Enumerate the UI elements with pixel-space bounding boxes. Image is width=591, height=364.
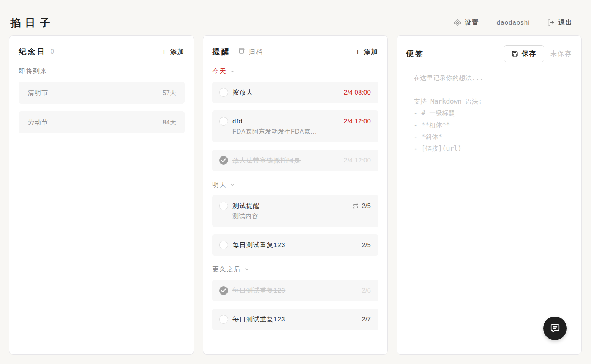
add-anniversary-label: 添加 xyxy=(170,47,185,56)
reminder-title: 放大法带塞缝撒托阿是 xyxy=(232,156,344,165)
logout-label: 退出 xyxy=(558,18,573,27)
group-label: 更久之后 xyxy=(212,265,241,274)
plus-icon: + xyxy=(162,48,166,56)
plus-icon: + xyxy=(356,48,360,56)
add-reminder-button[interactable]: + 添加 xyxy=(356,47,378,56)
anniversaries-header: 纪念日 0 + 添加 xyxy=(19,45,185,58)
group-label: 今天 xyxy=(212,67,227,76)
reminder-time: 2/4 12:00 xyxy=(344,156,371,165)
checkbox-unchecked-icon[interactable] xyxy=(219,88,228,97)
checkbox-unchecked-icon[interactable] xyxy=(219,117,228,126)
reminder-title: 每日测试重复123 xyxy=(232,240,362,250)
save-icon xyxy=(512,50,518,57)
save-button[interactable]: 保存 xyxy=(504,45,544,62)
top-bar: 掐日子 设置 daodaoshi 退出 xyxy=(0,0,591,35)
reminder-time-text: 2/5 xyxy=(362,201,371,211)
archive-icon xyxy=(238,47,245,56)
chat-fab-button[interactable] xyxy=(543,317,567,340)
group-label: 明天 xyxy=(212,180,227,189)
anniversaries-card: 纪念日 0 + 添加 即将到来 清明节 57天 劳动节 84天 xyxy=(9,35,194,355)
settings-label: 设置 xyxy=(465,18,479,27)
add-reminder-label: 添加 xyxy=(364,47,378,56)
top-nav: 设置 daodaoshi 退出 xyxy=(454,18,573,27)
chat-bubble-icon xyxy=(549,323,561,334)
repeat-icon xyxy=(352,203,359,209)
reminder-item[interactable]: 擦放大 2/4 08:00 xyxy=(212,82,378,103)
reminder-title: 擦放大 xyxy=(232,88,344,97)
save-label: 保存 xyxy=(522,49,536,58)
app-title: 掐日子 xyxy=(10,16,55,30)
anniversary-item[interactable]: 清明节 57天 xyxy=(19,82,185,104)
checkbox-checked-icon[interactable] xyxy=(219,286,228,295)
anniversary-name: 劳动节 xyxy=(28,118,48,127)
anniversary-days: 84天 xyxy=(163,118,176,127)
reminder-time: 2/7 xyxy=(362,315,371,324)
reminder-title: dfd xyxy=(232,117,344,126)
reminder-item[interactable]: 每日测试重复123 2/7 xyxy=(212,309,378,330)
notes-header: 便签 保存 未保存 xyxy=(406,45,572,62)
notes-card: 便签 保存 未保存 xyxy=(397,35,582,355)
checkbox-checked-icon[interactable] xyxy=(219,156,228,165)
reminders-header: 提醒 归档 + 添加 xyxy=(212,45,378,58)
group-later-toggle[interactable]: 更久之后 xyxy=(212,265,378,274)
save-status: 未保存 xyxy=(550,49,572,58)
reminder-title: 每日测试重复123 xyxy=(232,286,362,295)
reminder-title: 每日测试重复123 xyxy=(232,315,362,324)
checkbox-unchecked-icon[interactable] xyxy=(219,241,228,249)
main-columns: 纪念日 0 + 添加 即将到来 清明节 57天 劳动节 84天 提醒 归档 xyxy=(0,35,591,355)
reminder-subtitle: 测试内容 xyxy=(232,212,352,221)
notes-title: 便签 xyxy=(406,49,424,59)
checkbox-unchecked-icon[interactable] xyxy=(219,315,228,324)
gear-icon xyxy=(454,19,461,26)
username: daodaoshi xyxy=(497,19,530,27)
archive-button[interactable]: 归档 xyxy=(238,47,263,56)
reminder-time: 2/4 08:00 xyxy=(344,88,371,97)
anniversary-name: 清明节 xyxy=(28,88,48,97)
checkbox-unchecked-icon[interactable] xyxy=(219,202,228,210)
settings-button[interactable]: 设置 xyxy=(454,18,479,27)
reminder-subtitle: FDA森阿东发动发生FDA森... xyxy=(232,127,344,136)
anniversaries-count: 0 xyxy=(51,48,54,55)
chevron-down-icon xyxy=(230,69,235,74)
reminder-item[interactable]: 每日测试重复123 2/5 xyxy=(212,234,378,256)
chevron-down-icon xyxy=(244,267,250,272)
anniversaries-title: 纪念日 xyxy=(19,47,46,57)
reminder-item-completed[interactable]: 放大法带塞缝撒托阿是 2/4 12:00 xyxy=(212,150,378,171)
reminder-item[interactable]: 测试提醒 测试内容 2/5 xyxy=(212,195,378,227)
reminder-time: 2/4 12:00 xyxy=(344,117,371,126)
reminders-title: 提醒 xyxy=(212,47,231,57)
reminders-card: 提醒 归档 + 添加 今天 擦放大 2/4 xyxy=(203,35,388,355)
group-tomorrow-toggle[interactable]: 明天 xyxy=(212,180,378,189)
logout-icon xyxy=(547,19,555,26)
upcoming-section-label: 即将到来 xyxy=(19,67,185,76)
group-today-toggle[interactable]: 今天 xyxy=(212,67,378,76)
reminder-time: 2/5 xyxy=(362,240,371,250)
anniversary-item[interactable]: 劳动节 84天 xyxy=(19,111,185,133)
chevron-down-icon xyxy=(230,182,235,188)
reminder-item-completed[interactable]: 每日测试重复123 2/6 xyxy=(212,280,378,301)
anniversary-days: 57天 xyxy=(163,88,176,97)
archive-label: 归档 xyxy=(249,47,263,56)
reminder-time: 2/6 xyxy=(362,286,371,295)
reminder-title: 测试提醒 xyxy=(232,201,352,211)
reminder-time: 2/5 xyxy=(352,201,371,211)
add-anniversary-button[interactable]: + 添加 xyxy=(162,47,185,56)
reminder-item[interactable]: dfd FDA森阿东发动发生FDA森... 2/4 12:00 xyxy=(212,110,378,142)
note-textarea[interactable] xyxy=(406,67,572,339)
logout-button[interactable]: 退出 xyxy=(547,18,573,27)
